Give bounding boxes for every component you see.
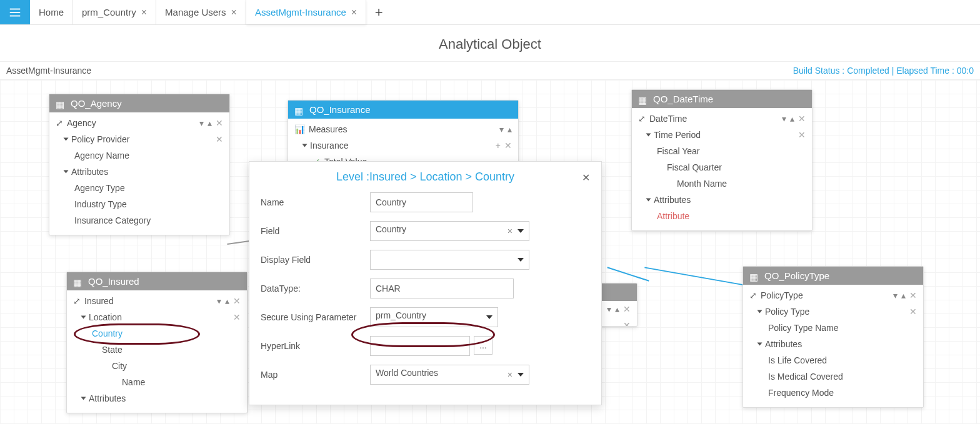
close-icon[interactable]: ✕ — [909, 290, 917, 300]
panel-partial[interactable]: ▾ ▴ ✕ ✕ — [600, 283, 638, 327]
tree-group[interactable]: Time Period ✕ — [632, 127, 812, 143]
close-icon[interactable]: ✕ — [233, 312, 241, 322]
tree-group[interactable]: Attributes — [49, 164, 229, 180]
panel-qo-policytype[interactable]: ▦ QO_PolicyType ⤢ PolicyType ▾ ▴ ✕ Polic… — [742, 266, 924, 408]
panel-title: QO_Insurance — [309, 104, 371, 115]
panel-qo-insured[interactable]: ▦ QO_Insured ⤢ Insured ▾ ▴ ✕ Location ✕ … — [66, 272, 248, 413]
tree-group[interactable]: Policy Provider ✕ — [49, 131, 229, 147]
build-status: Build Status : Completed | Elapsed Time … — [793, 66, 974, 76]
dimension-row[interactable]: 📊 Measures ▾ ▴ — [288, 121, 518, 137]
dimension-name: Insured — [84, 296, 114, 306]
tree-group[interactable]: Attributes — [632, 192, 812, 208]
tree-row[interactable]: ✕ — [601, 317, 637, 327]
tree-item[interactable]: Agency Type — [49, 180, 229, 196]
tree-item[interactable]: Month Name — [632, 175, 812, 192]
secure-param-label: Secure Using Parameter — [261, 312, 370, 322]
close-icon[interactable]: ✕ — [504, 141, 512, 150]
close-icon[interactable]: ✕ — [798, 114, 806, 124]
tree-item[interactable]: City — [67, 358, 247, 374]
chart-icon: 📊 — [294, 124, 305, 134]
add-tab-button[interactable]: + — [366, 0, 391, 24]
chevron-up-icon[interactable]: ▴ — [508, 124, 512, 134]
tree-item[interactable]: Fiscal Year — [632, 143, 812, 159]
browse-button[interactable]: ... — [474, 336, 492, 355]
caret-down-icon — [758, 310, 762, 313]
close-icon[interactable]: × — [141, 7, 147, 18]
design-canvas[interactable]: ▦ QO_Agency ⤢ Agency ▾ ▴ ✕ Policy Provid… — [0, 80, 980, 424]
clear-icon[interactable]: × — [508, 226, 512, 236]
panel-header[interactable]: ▦ QO_PolicyType — [743, 267, 923, 285]
hyperlink-input[interactable] — [370, 336, 470, 356]
tree-item[interactable]: Name — [67, 374, 247, 390]
chevron-up-icon[interactable]: ▴ — [615, 304, 619, 314]
tab-prm-country[interactable]: prm_Country × — [73, 0, 156, 24]
tree-item[interactable]: Policy Type Name — [743, 320, 923, 336]
close-icon[interactable]: ✕ — [216, 118, 223, 128]
dimension-row[interactable]: ⤢ DateTime ▾ ▴ ✕ — [632, 111, 812, 127]
chevron-up-icon[interactable]: ▴ — [208, 118, 212, 128]
secure-param-select[interactable]: prm_Country — [370, 307, 498, 327]
tree-item[interactable]: Insurance Category — [49, 212, 229, 229]
chevron-down-icon[interactable]: ▾ — [217, 296, 221, 306]
chevron-down-icon[interactable]: ▾ — [782, 114, 786, 124]
dimension-row[interactable]: ▾ ▴ ✕ — [601, 301, 637, 317]
tree-group[interactable]: Policy Type ✕ — [743, 303, 923, 320]
group-label: Attributes — [765, 339, 802, 349]
chevron-down-icon — [518, 373, 524, 377]
dimension-row[interactable]: ⤢ Agency ▾ ▴ ✕ — [49, 115, 229, 131]
dimension-row[interactable]: ⤢ PolicyType ▾ ▴ ✕ — [743, 287, 923, 303]
caret-down-icon — [758, 343, 762, 346]
chevron-down-icon[interactable]: ▾ — [199, 118, 204, 128]
menu-button[interactable] — [0, 0, 30, 24]
field-select[interactable]: Country × — [370, 221, 529, 241]
display-field-select[interactable] — [370, 250, 529, 270]
chevron-down-icon[interactable]: ▾ — [893, 290, 898, 300]
panel-header[interactable]: ▦ QO_Agency — [49, 94, 229, 112]
panel-header[interactable]: ▦ QO_Insured — [67, 272, 247, 290]
tab-manage-users[interactable]: Manage Users × — [156, 0, 246, 24]
chevron-down-icon[interactable]: ▾ — [607, 304, 611, 314]
panel-qo-agency[interactable]: ▦ QO_Agency ⤢ Agency ▾ ▴ ✕ Policy Provid… — [49, 94, 230, 235]
chevron-down-icon[interactable]: ▾ — [499, 124, 504, 134]
tree-item[interactable]: Frequency Mode — [743, 385, 923, 401]
tree-group[interactable]: Attributes — [67, 390, 247, 407]
close-icon[interactable]: ✕ — [582, 172, 590, 184]
hierarchy-icon: ⤢ — [73, 296, 81, 306]
dimension-row[interactable]: ⤢ Insured ▾ ▴ ✕ — [67, 293, 247, 309]
tree-item[interactable]: Is Medical Covered — [743, 368, 923, 385]
display-field-label: Display Field — [261, 255, 370, 265]
dialog-title: Level :Insured > Location > Country — [336, 170, 514, 183]
clear-icon[interactable]: × — [508, 370, 512, 380]
panel-title: QO_Agency — [71, 98, 122, 109]
tree-group[interactable]: Attributes — [743, 336, 923, 352]
tree-item[interactable]: Agency Name — [49, 147, 229, 164]
close-icon[interactable]: × — [351, 7, 357, 18]
close-icon[interactable]: ✕ — [216, 134, 223, 144]
close-icon[interactable]: ✕ — [798, 130, 806, 140]
chevron-up-icon[interactable]: ▴ — [225, 296, 229, 306]
tab-assetmgmt-insurance[interactable]: AssetMgmt-Insurance × — [246, 0, 366, 24]
chevron-up-icon[interactable]: ▴ — [901, 290, 906, 300]
name-input[interactable] — [370, 192, 473, 212]
panel-header[interactable]: ▦ QO_Insurance — [288, 101, 518, 119]
tree-item-placeholder[interactable]: Attribute — [632, 208, 812, 224]
tree-group[interactable]: Insurance +✕ — [288, 137, 518, 154]
tree-item[interactable]: Is Life Covered — [743, 352, 923, 368]
panel-qo-datetime[interactable]: ▦ QO_DateTime ⤢ DateTime ▾ ▴ ✕ Time Peri… — [631, 89, 812, 231]
tree-item[interactable]: Industry Type — [49, 196, 229, 212]
plus-icon[interactable]: + — [496, 141, 501, 150]
close-icon[interactable]: ✕ — [909, 307, 917, 317]
tree-item-country[interactable]: Country — [67, 325, 247, 342]
cube-icon: ▦ — [638, 95, 648, 104]
tree-group[interactable]: Location ✕ — [67, 309, 247, 325]
tree-item[interactable]: State — [67, 342, 247, 358]
close-icon[interactable]: ✕ — [233, 296, 241, 306]
panel-header[interactable]: ▦ QO_DateTime — [632, 90, 812, 108]
map-select[interactable]: World Countries × — [370, 365, 529, 385]
close-icon[interactable]: ✕ — [623, 304, 631, 314]
tab-home[interactable]: Home — [30, 0, 73, 24]
close-icon[interactable]: ✕ — [623, 320, 631, 327]
chevron-up-icon[interactable]: ▴ — [790, 114, 794, 124]
tree-item[interactable]: Fiscal Quarter — [632, 159, 812, 175]
close-icon[interactable]: × — [231, 7, 237, 18]
